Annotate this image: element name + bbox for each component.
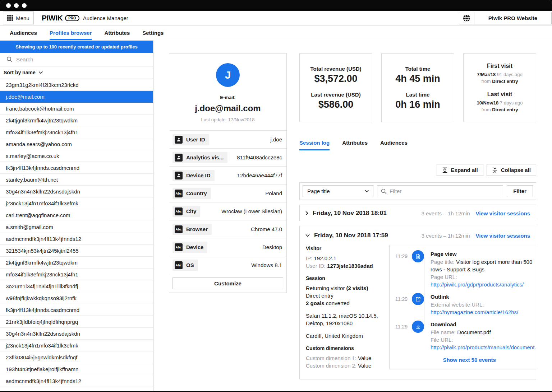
event-title: Outlink	[431, 293, 536, 300]
search-input[interactable]	[16, 56, 135, 62]
tab-session-log[interactable]: Session log	[299, 140, 330, 150]
attribute-row: Abc Country Poland	[169, 184, 286, 202]
profile-list-item[interactable]: franc.babcock@hotmail.com	[0, 103, 153, 115]
visitor-details: Visitor IP: 192.0.2.1 User ID: 1273jste1…	[306, 245, 389, 369]
profile-list-item[interactable]: stanley.baum@tth.net	[0, 174, 153, 186]
attribute-row: Abc OS Windows 8.1	[169, 256, 286, 274]
detail-tabbar: Session log Attributes Audiences	[299, 140, 408, 150]
profile-list-item[interactable]: 321534kjn53k4jtn245kjtnl2455	[0, 387, 153, 391]
sort-by-name-dropdown[interactable]: Sort by name	[0, 66, 153, 79]
profile-email: j.doe@mail.com	[173, 103, 283, 113]
show-next-events-link[interactable]: Show next 50 events	[395, 357, 536, 363]
chevron-down-icon[interactable]	[305, 234, 310, 237]
total-time-title: Total time	[382, 66, 454, 72]
app-window: Menu PIWIK PRO Audience Manager Piwik PR…	[0, 0, 552, 392]
profile-list-item[interactable]: j23nck13j4fn1mfo34if1lk3efmk	[0, 340, 153, 351]
stats-cards: Total revenue (USD) $3,572.00 Last reven…	[299, 53, 536, 122]
profile-list-item[interactable]: 193ht4n3tjneflakejroifjlkffnamn	[0, 363, 153, 375]
chevron-right-icon[interactable]	[305, 211, 308, 215]
window-zoom-button[interactable]	[22, 3, 27, 8]
total-time-value: 4h 45 min	[382, 73, 454, 84]
profile-list: 23gm31g2kml4f2l3kcm23rlckd j.doe@mail.co…	[0, 79, 153, 391]
attribute-pill: Abc Country	[172, 188, 211, 199]
profile-list-item[interactable]: s.marley@acme.co.uk	[0, 150, 153, 162]
profile-list-item[interactable]: asdmcnmdfk3jn4fl13k4jfnnds12	[0, 233, 153, 245]
user-id-icon	[175, 136, 183, 144]
profile-list-item[interactable]: 23gm31g2kml4f2l3kcm23rlckd	[0, 79, 153, 91]
event-page-view: 11:29 Page view Page title: Visitor log …	[395, 250, 536, 288]
profile-list-item[interactable]: asdmcnmdfk3jn4fl13k4jfnnds12	[0, 375, 153, 387]
collapse-icon	[492, 167, 498, 173]
globe-icon	[459, 12, 474, 24]
visitor-heading: Visitor	[306, 245, 389, 252]
external-url-link[interactable]: http://nymagazine.com/article/162hs/	[431, 309, 518, 315]
tab-settings[interactable]: Settings	[142, 25, 164, 40]
page-url-link[interactable]: http://piwik.pro/gdpr/products/analytics…	[431, 281, 524, 288]
collapse-all-button[interactable]: Collapse all	[487, 164, 536, 176]
logo-piwik-text: PIWIK	[42, 14, 63, 22]
profile-list-item[interactable]: 3o2urn1l34fj1n3l4fjn1llll3fkndfj	[0, 280, 153, 292]
main-panel: J E-mail: j.doe@mail.com Last update: 17…	[153, 41, 552, 391]
abc-icon: Abc	[175, 207, 183, 215]
total-revenue-title: Total revenue (USD)	[300, 66, 372, 72]
tab-attributes[interactable]: Attributes	[104, 25, 130, 40]
site-switcher[interactable]: Piwik PRO Website	[459, 12, 552, 24]
first-visit-block: First visit 7/Mar/18 91 days ago from Di…	[464, 63, 536, 85]
profile-list-item[interactable]: mfo34if1lk3efmkj23nck13j4fn1	[0, 126, 153, 138]
view-visitor-sessions-link[interactable]: View visitor sessions	[476, 210, 530, 216]
session-row-expanded: Friday, 10 Nov 2018 17:59 3 events – 1h …	[299, 226, 536, 379]
profile-list-item[interactable]: 30g4n3n4n3klfn22dsnsdajskdn	[0, 328, 153, 340]
sort-label: Sort by name	[4, 70, 36, 75]
profile-list-item[interactable]: 30g4n3n4n3klfn22dsnsdajskdn	[0, 186, 153, 197]
window-titlebar	[0, 0, 552, 11]
profile-list-item[interactable]: 2k4tjgnl3krmfk4wjtn23tqwdkm	[0, 115, 153, 126]
tab-detail-attributes[interactable]: Attributes	[342, 140, 368, 150]
custom-dimensions-heading: Custom dimensions	[306, 345, 389, 352]
attribute-pill: Device ID	[172, 170, 215, 181]
profile-list-item[interactable]: a.smith@gmail.com	[0, 221, 153, 233]
tab-profiles-browser[interactable]: Profiles browser	[50, 25, 92, 40]
profile-list-item[interactable]: mfo34if1lk3efmkj23nck13j4fn1	[0, 269, 153, 280]
profile-list-item[interactable]: 321534kjn53k4jtn245kjtnl2455	[0, 245, 153, 257]
view-visitor-sessions-link[interactable]: View visitor sessions	[476, 233, 530, 239]
profile-list-item[interactable]: fk3jn4fl13k4jfnnds.casdmcnmd	[0, 162, 153, 174]
page-view-icon	[412, 250, 424, 262]
filter-input[interactable]	[390, 188, 499, 194]
session-heading: Session	[306, 275, 389, 282]
expand-all-button[interactable]: Expand all	[437, 164, 483, 176]
window-close-button[interactable]	[6, 3, 11, 8]
profile-list-item[interactable]: fk3jn4fl13k4jfnnds.casdmcnmd	[0, 304, 153, 316]
filter-field-select[interactable]: Page title	[303, 185, 373, 197]
filter-button[interactable]: Filter	[507, 185, 533, 197]
event-title: Page view	[431, 250, 536, 258]
profile-list-item[interactable]: amanda.sears@yahoo.com	[0, 138, 153, 150]
app-header: Menu PIWIK PRO Audience Manager Piwik PR…	[0, 11, 552, 25]
profile-list-item[interactable]: carl.trent@aggfinance.com	[0, 209, 153, 221]
session-date[interactable]: Friday, 10 Nov 2018 17:59	[314, 232, 388, 239]
profile-list-item[interactable]: 21nrk3jfdbfoiq4jfnqldfihqnprgq	[0, 316, 153, 328]
session-tech: Safari 11.1.2, macOS 10.14.5, Dektop, 19…	[306, 312, 383, 327]
filter-input-wrap	[377, 185, 503, 197]
piwik-pro-logo: PIWIK PRO	[42, 14, 79, 22]
download-icon	[412, 321, 424, 333]
profile-list-item[interactable]: w98fnjfkjkwkkqkqnso93ij2rnfk	[0, 292, 153, 304]
profile-list-item[interactable]: 23flk0304i5j5gnwldkmlsdkfnqf	[0, 351, 153, 363]
event-time: 11:29	[395, 250, 412, 288]
menu-button[interactable]: Menu	[3, 11, 34, 24]
abc-icon: Abc	[175, 261, 183, 269]
main-tabbar: Audiences Profiles browser Attributes Se…	[0, 25, 552, 40]
tab-audiences[interactable]: Audiences	[10, 25, 37, 40]
session-date[interactable]: Friday, 10 Nov 2018 18:01	[313, 210, 387, 217]
window-minimize-button[interactable]	[14, 3, 19, 8]
profiles-sidebar: Showing up to 100 recently created or up…	[0, 41, 153, 391]
visits-card: First visit 7/Mar/18 91 days ago from Di…	[463, 53, 536, 122]
last-revenue-value: $586.00	[300, 99, 372, 110]
event-download: 11:29 Download File name: Document.pdf F…	[395, 321, 536, 351]
profile-list-item[interactable]: j23nck13j4fn1mfo34if1lk3efmk	[0, 197, 153, 209]
file-url-link[interactable]: http://piwik.pro/products/manuals/docume…	[431, 344, 536, 350]
tab-detail-audiences[interactable]: Audiences	[380, 140, 408, 150]
profile-list-item-selected[interactable]: j.doe@mail.com	[0, 91, 153, 103]
search-row	[0, 53, 153, 66]
profile-list-item[interactable]: 2k4tjgnl3krmfk4wjtn23tqwdkm	[0, 257, 153, 269]
customize-button[interactable]: Customize	[172, 277, 283, 289]
